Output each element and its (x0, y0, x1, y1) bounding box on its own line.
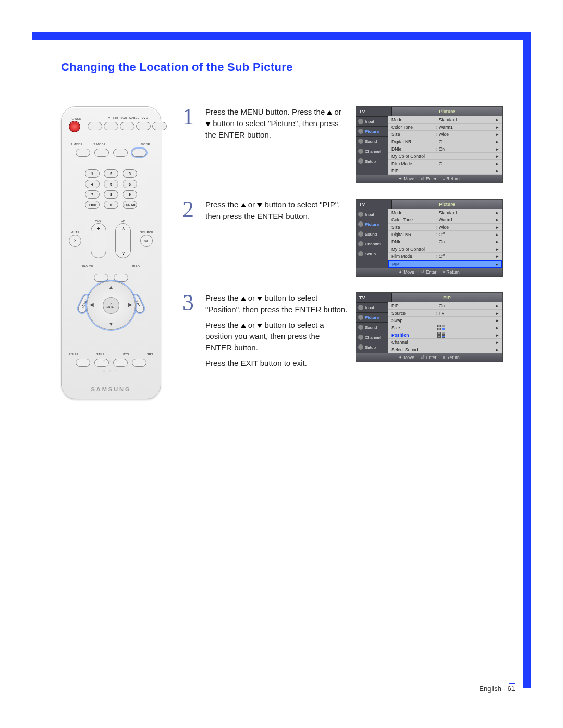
osd-row[interactable]: Digital NR : Off ▸ (388, 231, 502, 238)
tab-icon (358, 325, 363, 330)
key-plus100[interactable]: +100 (85, 201, 100, 209)
footer-mark (509, 683, 515, 684)
page-border-right (523, 32, 531, 688)
osd-row[interactable]: Select Sound ▸ (388, 346, 502, 353)
src-cable[interactable] (136, 122, 151, 130)
osd-tab-picture[interactable]: Picture (356, 219, 388, 229)
blank-mode1[interactable] (113, 149, 128, 157)
mode-button[interactable] (132, 149, 146, 157)
tab-icon (358, 241, 363, 246)
osd-rows: Mode : Standard ▸ Color Tone : Warm1 ▸ S… (388, 116, 502, 175)
osd-tab-channel[interactable]: Channel (356, 332, 388, 342)
osd-row[interactable]: Source : TV ▸ (388, 310, 502, 317)
src-stb[interactable] (104, 122, 118, 130)
osd-footer: ✦Move⏎Enter≡Return (356, 175, 502, 183)
remote-dots-2: ○ ○ ○ (62, 369, 161, 373)
osd-row[interactable]: DNIe : On ▸ (388, 145, 502, 153)
osd-row[interactable]: Channel ▸ (388, 339, 502, 346)
osd-row[interactable]: Swap ▸ (388, 317, 502, 324)
osd-tab-setup[interactable]: Setup (356, 156, 388, 166)
osd-header: PIP (392, 293, 502, 302)
power-button[interactable] (69, 121, 80, 132)
osd-screenshot: TV Picture Input Picture Sound Channel S… (356, 106, 503, 183)
key-prech[interactable]: PRE-CH (123, 201, 137, 209)
dpad-down-icon: ▼ (108, 321, 114, 327)
osd-row[interactable]: Mode : Standard ▸ (388, 116, 502, 124)
osd-row[interactable]: Color Tone : Warm1 ▸ (388, 216, 502, 224)
osd-row[interactable]: Mode : Standard ▸ (388, 209, 502, 216)
source-button[interactable]: ▭ (140, 235, 153, 247)
osd-tab-picture[interactable]: Picture (356, 126, 388, 136)
osd-footer-hint: ≡Return (443, 176, 459, 181)
info-button[interactable] (114, 274, 128, 282)
osd-rows: PIP : On ▸ Source : TV ▸ Swap ▸ Size ▸ P… (388, 302, 502, 353)
pmode-button[interactable] (76, 149, 90, 157)
osd-row[interactable]: Film Mode : Off ▸ (388, 253, 502, 260)
osd-row[interactable]: Color Tone : Warm1 ▸ (388, 124, 502, 131)
smode-button[interactable] (94, 149, 109, 157)
osd-row[interactable]: DNIe : On ▸ (388, 238, 502, 245)
osd-header: Picture (392, 200, 502, 209)
osd-row[interactable]: Position ▸ (388, 331, 502, 339)
osd-tab-sound[interactable]: Sound (356, 322, 388, 332)
osd-row[interactable]: Digital NR : Off ▸ (388, 138, 502, 145)
osd-tab-input[interactable]: Input (356, 116, 388, 126)
osd-tab-input[interactable]: Input (356, 209, 388, 219)
osd-tab-sound[interactable]: Sound (356, 229, 388, 239)
osd-row[interactable]: Size ▸ (388, 324, 502, 331)
mute-button[interactable]: ✕ (69, 235, 81, 247)
osd-row[interactable]: PIP ▸ (388, 260, 502, 268)
osd-footer-hint: ≡Return (443, 269, 459, 275)
osd-tab-setup[interactable]: Setup (356, 249, 388, 258)
osd-footer-hint: ≡Return (443, 355, 459, 360)
key-4[interactable]: 4 (85, 180, 100, 188)
osd-row[interactable]: PIP ▸ (388, 167, 502, 175)
osd-tab-sound[interactable]: Sound (356, 136, 388, 146)
src-tv[interactable] (88, 122, 102, 130)
osd-footer-hint: ✦Move (398, 355, 414, 360)
key-8[interactable]: 8 (104, 190, 118, 199)
osd-tab-channel[interactable]: Channel (356, 239, 388, 249)
osd-row[interactable]: My Color Control ▸ (388, 153, 502, 160)
osd-header: Picture (392, 107, 502, 116)
page-content: Changing the Location of the Sub Picture… (32, 40, 523, 696)
key-0[interactable]: 0 (104, 201, 118, 209)
osd-row[interactable]: Size : Wide ▸ (388, 224, 502, 231)
osd-row[interactable]: My Color Control ▸ (388, 245, 502, 253)
remote-control: POWER TV STB VCR CABLE DVD (61, 106, 161, 399)
osd-row[interactable]: Film Mode : Off ▸ (388, 160, 502, 167)
enter-button[interactable]: ⏎ENTER (103, 297, 119, 314)
osd-tv-badge: TV (356, 293, 392, 302)
src-dvd[interactable] (152, 122, 167, 130)
osd-tab-input[interactable]: Input (356, 302, 388, 312)
down-arrow-icon (257, 297, 262, 301)
osd-footer-hint: ✦Move (398, 269, 414, 275)
tab-icon (358, 212, 363, 217)
osd-tv-badge: TV (356, 200, 392, 209)
tab-icon (358, 158, 363, 164)
key-6[interactable]: 6 (123, 180, 137, 188)
src-vcr[interactable] (120, 122, 134, 130)
favch-button[interactable] (94, 274, 108, 282)
key-3[interactable]: 3 (123, 169, 137, 178)
osd-row[interactable]: Size : Wide ▸ (388, 131, 502, 138)
tab-icon (358, 344, 363, 350)
key-9[interactable]: 9 (123, 190, 137, 199)
steps: 1 Press the MENU button. Press the or bu… (182, 106, 503, 399)
osd-screenshot: TV Picture Input Picture Sound Channel S… (356, 199, 503, 277)
position-quad-icon (437, 332, 445, 338)
key-7[interactable]: 7 (85, 190, 100, 199)
osd-row[interactable]: PIP : On ▸ (388, 302, 502, 310)
osd-tab-setup[interactable]: Setup (356, 342, 388, 352)
dpad-left-icon: ◀ (90, 302, 94, 307)
key-1[interactable]: 1 (85, 169, 100, 178)
key-2[interactable]: 2 (104, 169, 118, 178)
osd-tab-picture[interactable]: Picture (356, 312, 388, 322)
tab-icon (358, 251, 363, 256)
ch-rocker[interactable]: ∧∨ (115, 223, 131, 258)
key-5[interactable]: 5 (104, 180, 118, 188)
osd-tv-badge: TV (356, 107, 392, 116)
vol-rocker[interactable]: +− (91, 223, 106, 258)
osd-tab-channel[interactable]: Channel (356, 146, 388, 156)
osd-screenshot: TV PIP Input Picture Sound Channel Setup… (356, 292, 503, 362)
